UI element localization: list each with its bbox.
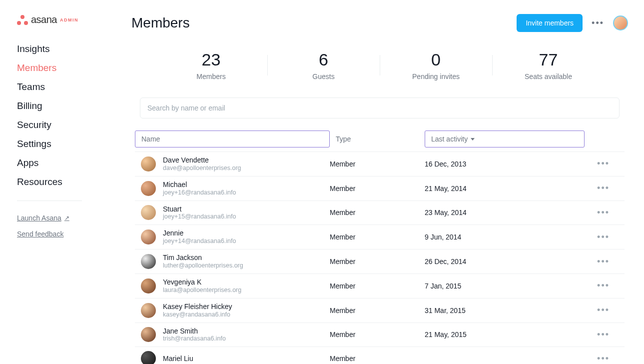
stat-pending: 0 Pending invites — [380, 50, 492, 80]
sidebar-item-resources[interactable]: Resources — [17, 172, 117, 192]
cell-name: Michaeljoey+16@randasana6.info — [135, 180, 330, 196]
row-more-icon[interactable]: ••• — [585, 305, 615, 316]
stat-pending-label: Pending invites — [380, 72, 492, 80]
cell-last-activity: 26 Dec, 2014 — [425, 258, 585, 266]
cell-last-activity: 7 Jan, 2015 — [425, 282, 585, 290]
cell-name: Jenniejoey+14@randasana6.info — [135, 229, 330, 245]
stat-seats-label: Seats available — [492, 72, 605, 80]
column-type[interactable]: Type — [330, 131, 425, 147]
sidebar-item-settings[interactable]: Settings — [17, 134, 117, 154]
row-more-icon[interactable]: ••• — [585, 232, 615, 242]
member-avatar — [141, 303, 156, 318]
cell-type: Member — [330, 258, 425, 266]
search-input[interactable] — [140, 98, 620, 118]
row-more-icon[interactable]: ••• — [585, 183, 615, 194]
sidebar-item-billing[interactable]: Billing — [17, 96, 117, 116]
stat-members: 23 Members — [155, 50, 267, 80]
member-email: kasey@randasana6.info — [163, 311, 232, 318]
cell-type: Member — [330, 282, 425, 290]
cell-type: Member — [330, 160, 425, 168]
member-name: Dave Vendette — [163, 156, 241, 164]
brand-logo[interactable]: asana ADMIN — [17, 14, 117, 26]
member-avatar — [141, 205, 156, 220]
table-row[interactable]: Dave Vendettedave@apolloenterprises.orgM… — [135, 152, 625, 176]
row-more-icon[interactable]: ••• — [585, 256, 615, 267]
cell-last-activity: 16 Dec, 2013 — [425, 160, 585, 168]
invite-members-button[interactable]: Invite members — [517, 14, 583, 32]
cell-type: Member — [330, 208, 425, 216]
member-name: Jane Smith — [163, 327, 226, 336]
members-table: Name Type Last activity Dave Vendettedav… — [135, 128, 625, 364]
row-more-icon[interactable]: ••• — [585, 354, 615, 364]
row-more-icon[interactable]: ••• — [585, 158, 615, 169]
sidebar-item-teams[interactable]: Teams — [17, 78, 117, 96]
column-last-activity[interactable]: Last activity — [425, 130, 585, 148]
send-feedback-label: Send feedback — [17, 230, 63, 238]
current-user-avatar[interactable] — [613, 16, 628, 30]
name-block: Jenniejoey+14@randasana6.info — [163, 229, 236, 245]
send-feedback-link[interactable]: Send feedback — [17, 226, 117, 242]
member-email: joey+15@randasana6.info — [163, 213, 236, 220]
cell-name: Yevgeniya Klaura@apolloenterprises.org — [135, 278, 330, 294]
table-row[interactable]: Michaeljoey+16@randasana6.infoMember21 M… — [135, 176, 625, 200]
name-block: Tim Jacksonluther@apolloenterprises.org — [163, 254, 243, 270]
name-block: Michaeljoey+16@randasana6.info — [163, 180, 236, 196]
table-row[interactable]: Jenniejoey+14@randasana6.infoMember9 Jun… — [135, 224, 625, 249]
cell-type: Member — [330, 233, 425, 241]
cell-name: Stuartjoey+15@randasana6.info — [135, 205, 330, 221]
column-actions — [585, 135, 615, 143]
row-more-icon[interactable]: ••• — [585, 208, 615, 218]
column-last-activity-label: Last activity — [431, 135, 468, 143]
member-avatar — [141, 181, 156, 196]
header-more-icon[interactable]: ••• — [592, 18, 604, 28]
sidebar-item-security[interactable]: Security — [17, 116, 117, 134]
table-row[interactable]: Jane Smithtrish@randasana6.infoMember21 … — [135, 322, 625, 347]
header-actions: Invite members ••• — [517, 14, 628, 32]
member-avatar — [141, 278, 156, 294]
member-email: laura@apolloenterprises.org — [163, 286, 241, 294]
table-row[interactable]: Mariel LiuMember••• — [135, 346, 625, 364]
sidebar-item-apps[interactable]: Apps — [17, 154, 117, 172]
sort-descending-icon — [471, 138, 475, 140]
page-title: Members — [131, 15, 190, 31]
member-name: Yevgeniya K — [163, 278, 241, 286]
name-block: Stuartjoey+15@randasana6.info — [163, 205, 236, 221]
member-name: Michael — [163, 180, 236, 189]
asana-logo-icon — [17, 15, 28, 25]
member-email: trish@randasana6.info — [163, 335, 226, 342]
member-avatar — [141, 351, 156, 364]
stats-row: 23 Members 6 Guests 0 Pending invites 77… — [155, 50, 605, 80]
brand-name: asana — [31, 14, 57, 26]
name-block: Kasey Fleisher Hickeykasey@randasana6.in… — [163, 302, 232, 318]
row-more-icon[interactable]: ••• — [585, 330, 615, 340]
column-name[interactable]: Name — [135, 130, 330, 148]
stat-seats: 77 Seats available — [492, 50, 605, 80]
cell-name: Kasey Fleisher Hickeykasey@randasana6.in… — [135, 302, 330, 318]
sidebar-item-insights[interactable]: Insights — [17, 40, 117, 58]
cell-name: Tim Jacksonluther@apolloenterprises.org — [135, 254, 330, 270]
stat-guests-label: Guests — [267, 72, 380, 80]
cell-last-activity: 21 May, 2014 — [425, 184, 585, 192]
launch-asana-label: Launch Asana — [17, 214, 61, 222]
name-block: Jane Smithtrish@randasana6.info — [163, 327, 226, 343]
cell-type: Member — [330, 354, 425, 362]
cell-type: Member — [330, 306, 425, 314]
cell-last-activity: 31 Mar, 2015 — [425, 306, 585, 314]
table-row[interactable]: Stuartjoey+15@randasana6.infoMember23 Ma… — [135, 200, 625, 225]
stat-pending-value: 0 — [380, 50, 492, 70]
name-block: Mariel Liu — [163, 354, 193, 363]
sidebar: asana ADMIN Insights Members Teams Billi… — [0, 0, 117, 364]
table-row[interactable]: Kasey Fleisher Hickeykasey@randasana6.in… — [135, 298, 625, 322]
member-email: joey+16@randasana6.info — [163, 189, 236, 196]
member-name: Mariel Liu — [163, 354, 193, 363]
name-block: Dave Vendettedave@apolloenterprises.org — [163, 156, 241, 172]
table-row[interactable]: Yevgeniya Klaura@apolloenterprises.orgMe… — [135, 274, 625, 298]
row-more-icon[interactable]: ••• — [585, 280, 615, 291]
brand-suffix: ADMIN — [60, 18, 78, 22]
sidebar-item-members[interactable]: Members — [17, 58, 117, 78]
stat-members-label: Members — [155, 72, 267, 80]
name-block: Yevgeniya Klaura@apolloenterprises.org — [163, 278, 241, 294]
member-email: luther@apolloenterprises.org — [163, 262, 243, 270]
table-row[interactable]: Tim Jacksonluther@apolloenterprises.orgM… — [135, 249, 625, 274]
launch-asana-link[interactable]: Launch Asana ↗ — [17, 210, 117, 226]
